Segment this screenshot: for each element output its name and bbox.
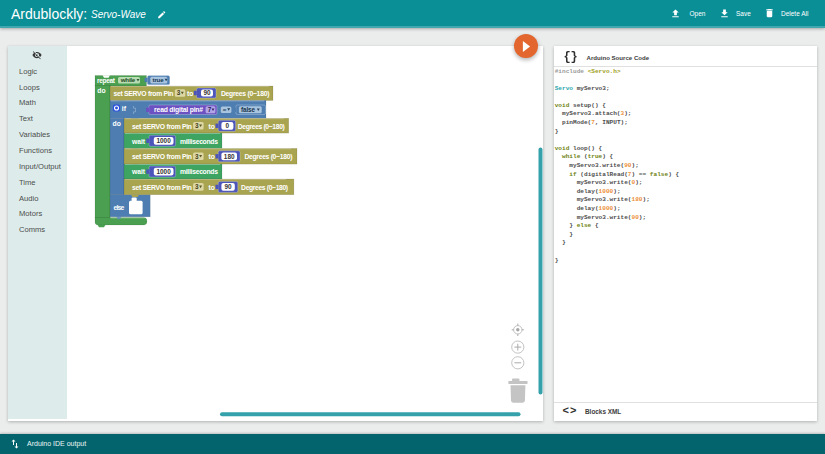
svg-text:true: true xyxy=(153,76,165,83)
svg-text:1000: 1000 xyxy=(156,167,171,174)
svg-text:3: 3 xyxy=(195,183,199,190)
svg-text:180: 180 xyxy=(224,152,235,159)
svg-text:3: 3 xyxy=(177,89,181,96)
svg-text:milliseconds: milliseconds xyxy=(180,168,218,175)
svg-text:false: false xyxy=(241,106,255,113)
svg-text:0: 0 xyxy=(226,122,230,129)
svg-text:if: if xyxy=(122,104,127,111)
svg-text:to: to xyxy=(208,122,214,129)
svg-text:=: = xyxy=(223,105,227,112)
svg-text:while: while xyxy=(120,76,136,83)
svg-text:repeat: repeat xyxy=(97,77,116,85)
svg-text:set SERVO from Pin: set SERVO from Pin xyxy=(132,153,192,160)
svg-text:7: 7 xyxy=(208,106,212,113)
svg-text:90: 90 xyxy=(203,89,211,96)
svg-text:wait: wait xyxy=(131,168,146,175)
svg-text:3: 3 xyxy=(195,122,199,129)
svg-text:wait: wait xyxy=(131,137,146,144)
svg-text:Degrees (0~180): Degrees (0~180) xyxy=(241,183,288,191)
svg-text:3: 3 xyxy=(195,152,199,159)
svg-text:to: to xyxy=(208,183,214,190)
svg-text:set SERVO from Pin: set SERVO from Pin xyxy=(132,122,192,129)
svg-text:1000: 1000 xyxy=(156,137,171,144)
svg-text:to: to xyxy=(208,153,214,160)
svg-text:Degrees (0~180): Degrees (0~180) xyxy=(244,153,292,161)
svg-text:milliseconds: milliseconds xyxy=(180,137,218,144)
svg-text:90: 90 xyxy=(225,183,233,190)
svg-text:to: to xyxy=(187,89,193,96)
svg-text:set SERVO from Pin: set SERVO from Pin xyxy=(114,89,174,96)
svg-text:Degrees (0~180): Degrees (0~180) xyxy=(238,122,285,130)
svg-text:else: else xyxy=(113,204,124,211)
svg-text:set SERVO from Pin: set SERVO from Pin xyxy=(132,183,192,190)
svg-text:read digital pin#: read digital pin# xyxy=(154,106,203,114)
svg-text:Degrees (0~180): Degrees (0~180) xyxy=(221,89,270,97)
svg-text:do: do xyxy=(97,87,105,94)
svg-text:do: do xyxy=(113,119,121,126)
